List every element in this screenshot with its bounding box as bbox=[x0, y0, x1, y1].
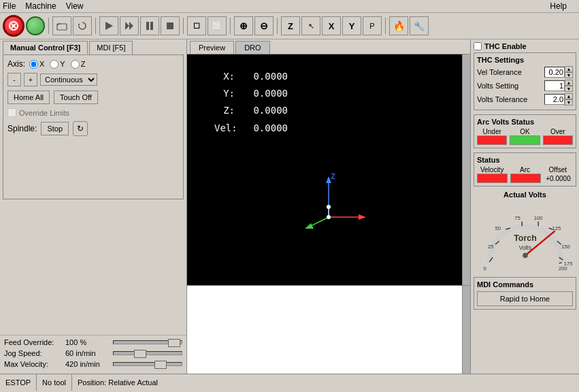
override-limits-checkbox[interactable] bbox=[7, 108, 16, 117]
override-row: Override Limits bbox=[7, 108, 179, 117]
z-label: Z: bbox=[214, 102, 235, 119]
statusbar: ESTOP No tool Position: Relative Actual bbox=[0, 374, 579, 391]
svg-rect-8 bbox=[146, 22, 149, 30]
mdi-section: MDI Commands Rapid to Home bbox=[474, 277, 576, 310]
vel-value: 0.0000 bbox=[240, 120, 288, 137]
feed-override-thumb[interactable] bbox=[168, 339, 180, 347]
svg-text:Z: Z bbox=[331, 172, 335, 181]
reload-button[interactable] bbox=[73, 16, 92, 35]
svg-marker-7 bbox=[129, 22, 133, 30]
arc-status-lights bbox=[477, 135, 573, 145]
svg-marker-17 bbox=[305, 223, 314, 229]
tool-btn-plus[interactable]: ⊕ bbox=[234, 16, 253, 35]
axes-3d: Z bbox=[288, 169, 369, 231]
x-coord-row: X: 0.0000 bbox=[214, 68, 288, 85]
thc-enable-row: THC Enable bbox=[474, 42, 576, 50]
log-scrollbar[interactable] bbox=[462, 286, 470, 374]
jog-speed-thumb[interactable] bbox=[134, 350, 146, 358]
home-all-button[interactable]: Home All bbox=[7, 91, 50, 104]
vel-tolerance-spin-btns: ▲ ▼ bbox=[565, 66, 573, 78]
menu-view[interactable]: View bbox=[66, 1, 84, 11]
tab-mdi[interactable]: MDI [F5] bbox=[89, 41, 133, 54]
jog-plus-button[interactable]: + bbox=[24, 73, 37, 86]
volts-setting-input[interactable] bbox=[544, 80, 565, 91]
volts-tolerance-down[interactable]: ▼ bbox=[565, 99, 573, 105]
toolbar-sep-6 bbox=[385, 18, 386, 34]
tool-x[interactable]: X bbox=[322, 16, 341, 35]
axis-x-radio[interactable]: X bbox=[29, 60, 44, 69]
arc-volts-title: Arc Volts Status bbox=[477, 118, 573, 126]
tab-manual[interactable]: Manual Control [F3] bbox=[3, 41, 88, 54]
pause-button[interactable] bbox=[140, 16, 159, 35]
jog-speed-value: 60 in/min bbox=[65, 349, 113, 357]
axis-y-radio[interactable]: Y bbox=[50, 60, 65, 69]
tool-z[interactable]: Z bbox=[281, 16, 300, 35]
tab-preview[interactable]: Preview bbox=[190, 41, 234, 54]
jog-minus-button[interactable]: - bbox=[7, 73, 21, 86]
tool-btn-1[interactable]: ☐ bbox=[187, 16, 206, 35]
vel-tolerance-down[interactable]: ▼ bbox=[565, 72, 573, 78]
open-button[interactable] bbox=[52, 16, 71, 35]
thc-enable-checkbox[interactable] bbox=[474, 42, 482, 50]
z-value: 0.0000 bbox=[240, 102, 288, 119]
feed-override-label: Feed Override: bbox=[4, 338, 65, 346]
tab-dro[interactable]: DRO bbox=[235, 41, 269, 54]
spindle-stop-button[interactable]: Stop bbox=[41, 122, 69, 135]
tool-btn-2[interactable]: ⬜ bbox=[208, 16, 227, 35]
volts-tolerance-input[interactable] bbox=[544, 94, 565, 105]
feed-override-track[interactable] bbox=[113, 340, 182, 344]
feed-override-row: Feed Override: 100 % bbox=[4, 338, 182, 346]
svg-marker-5 bbox=[105, 22, 113, 30]
viewport: X: 0.0000 Y: 0.0000 Z: 0.0000 Vel: 0.000… bbox=[187, 54, 470, 285]
run-button[interactable] bbox=[99, 16, 118, 35]
status-frame: Status Velocity Arc Offset +0.0000 bbox=[474, 152, 576, 186]
gauge-svg: 0 25 50 75 100 125 bbox=[478, 200, 573, 275]
run-fast-button[interactable] bbox=[120, 16, 139, 35]
vel-tolerance-up[interactable]: ▲ bbox=[565, 66, 573, 72]
svg-text:100: 100 bbox=[533, 215, 542, 221]
tool-home[interactable]: ↖ bbox=[301, 16, 320, 35]
log-area[interactable] bbox=[187, 285, 470, 374]
status-title: Status bbox=[477, 156, 573, 164]
center-area: Preview DRO X: 0.0000 Y: 0.0000 Z: 0.000… bbox=[187, 39, 470, 374]
axis-label: Axis: bbox=[7, 59, 29, 69]
menu-help[interactable]: Help bbox=[550, 1, 567, 11]
statusbar-position: Position: Relative Actual bbox=[72, 374, 163, 391]
left-panel: Manual Control [F3] MDI [F5] Axis: X Y Z bbox=[0, 39, 187, 374]
svg-text:75: 75 bbox=[514, 215, 520, 221]
volts-tolerance-label: Volts Tolerance bbox=[477, 95, 527, 103]
axis-row: Axis: X Y Z bbox=[7, 59, 179, 69]
spindle-icon[interactable]: ↻ bbox=[73, 121, 88, 136]
rapid-to-home-button[interactable]: Rapid to Home bbox=[477, 291, 573, 306]
statusbar-estop: ESTOP bbox=[0, 374, 37, 391]
volts-setting-up[interactable]: ▲ bbox=[565, 80, 573, 86]
touch-off-button[interactable]: Touch Off bbox=[54, 91, 98, 104]
tool-wrench[interactable]: 🔧 bbox=[410, 16, 429, 35]
vel-tolerance-input[interactable] bbox=[544, 67, 565, 78]
toolbar-sep-3 bbox=[183, 18, 184, 34]
volts-setting-down[interactable]: ▼ bbox=[565, 86, 573, 92]
tool-btn-minus[interactable]: ⊖ bbox=[254, 16, 274, 35]
menu-machine[interactable]: Machine bbox=[25, 1, 56, 11]
svg-rect-9 bbox=[150, 22, 153, 30]
main-layout: Manual Control [F3] MDI [F5] Axis: X Y Z bbox=[0, 39, 579, 374]
jog-mode-select[interactable]: Continuous Incremental bbox=[40, 74, 97, 86]
gauge-center-label: Torch bbox=[514, 233, 537, 243]
stop-toolbar-button[interactable] bbox=[161, 16, 180, 35]
menu-file[interactable]: File bbox=[3, 1, 16, 11]
viewport-scrollbar[interactable] bbox=[462, 54, 470, 285]
toolbar-sep-1 bbox=[48, 18, 49, 34]
tool-y[interactable]: Y bbox=[342, 16, 361, 35]
max-velocity-value: 420 in/min bbox=[65, 360, 113, 368]
tool-p[interactable]: P bbox=[363, 16, 382, 35]
max-velocity-track[interactable] bbox=[113, 362, 182, 366]
power-button[interactable] bbox=[26, 16, 45, 35]
max-velocity-thumb[interactable] bbox=[154, 361, 167, 369]
volts-tolerance-up[interactable]: ▲ bbox=[565, 93, 573, 99]
right-panel: THC Enable THC Settings Vel Tolerance ▲ … bbox=[470, 39, 579, 374]
tool-fire[interactable]: 🔥 bbox=[389, 16, 408, 35]
jog-speed-track[interactable] bbox=[113, 351, 182, 355]
estop-button[interactable] bbox=[3, 15, 24, 37]
velocity-light bbox=[477, 174, 508, 183]
axis-z-radio[interactable]: Z bbox=[71, 60, 86, 69]
